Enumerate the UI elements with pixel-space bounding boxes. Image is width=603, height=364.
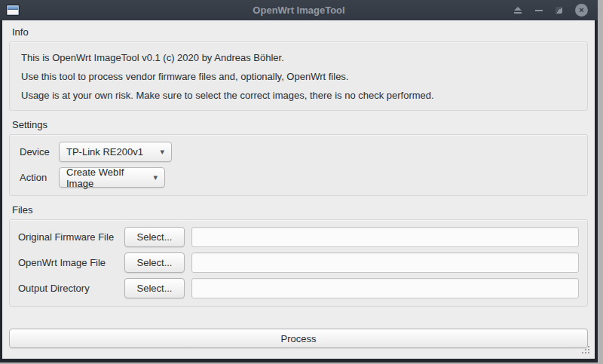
original-firmware-input[interactable] — [191, 227, 579, 247]
window-content: Info This is OpenWrt ImageTool v0.1 (c) … — [2, 20, 595, 359]
openwrt-image-label: OpenWrt Image File — [18, 257, 124, 268]
original-firmware-row: Original Firmware File Select... — [18, 227, 579, 247]
app-icon-titlebar — [8, 6, 18, 10]
app-window: OpenWrt ImageTool × Info This is OpenWrt… — [0, 0, 598, 362]
shade-icon[interactable] — [513, 7, 522, 14]
action-label: Action — [20, 172, 59, 183]
device-label: Device — [20, 146, 59, 158]
settings-section-label: Settings — [12, 119, 588, 130]
action-row: Action Create WebIf Image ▾ — [20, 167, 577, 188]
info-line-1: This is OpenWrt ImageTool v0.1 (c) 2020 … — [21, 50, 576, 65]
output-directory-input[interactable] — [191, 278, 579, 298]
output-directory-label: Output Directory — [18, 283, 124, 294]
shade-triangle — [514, 7, 522, 11]
app-icon[interactable] — [7, 5, 19, 15]
titlebar[interactable]: OpenWrt ImageTool × — [0, 0, 598, 20]
chevron-down-icon: ▾ — [160, 147, 164, 157]
select-output-directory-button[interactable]: Select... — [124, 278, 185, 298]
select-original-firmware-button[interactable]: Select... — [124, 227, 185, 247]
chevron-down-icon: ▾ — [153, 173, 158, 182]
action-dropdown[interactable]: Create WebIf Image ▾ — [59, 167, 165, 188]
settings-groupbox: Device TP-Link RE200v1 ▾ Action Create W… — [9, 134, 588, 196]
resize-grip[interactable] — [580, 344, 590, 354]
openwrt-image-input[interactable] — [191, 252, 579, 273]
shade-bar — [514, 12, 522, 14]
info-groupbox: This is OpenWrt ImageTool v0.1 (c) 2020 … — [9, 41, 588, 111]
info-line-3: Usage is at your own risk. Make sure to … — [21, 88, 576, 102]
info-line-2: Use this tool to process vendor firmware… — [21, 69, 576, 84]
device-dropdown-value: TP-Link RE200v1 — [66, 146, 143, 158]
action-dropdown-value: Create WebIf Image — [66, 167, 147, 189]
window-controls: × — [513, 4, 588, 17]
select-openwrt-image-button[interactable]: Select... — [124, 252, 185, 273]
files-section-label: Files — [12, 204, 588, 216]
maximize-icon[interactable] — [556, 7, 562, 14]
window-title: OpenWrt ImageTool — [0, 0, 598, 20]
original-firmware-label: Original Firmware File — [18, 231, 124, 243]
close-icon[interactable]: × — [575, 4, 588, 17]
process-button[interactable]: Process — [9, 329, 588, 348]
device-row: Device TP-Link RE200v1 ▾ — [20, 142, 577, 162]
device-dropdown[interactable]: TP-Link RE200v1 ▾ — [59, 142, 172, 162]
files-groupbox: Original Firmware File Select... OpenWrt… — [9, 219, 588, 307]
openwrt-image-row: OpenWrt Image File Select... — [18, 252, 579, 273]
minimize-icon[interactable] — [535, 10, 543, 11]
info-section-label: Info — [12, 26, 588, 38]
output-directory-row: Output Directory Select... — [18, 278, 579, 298]
